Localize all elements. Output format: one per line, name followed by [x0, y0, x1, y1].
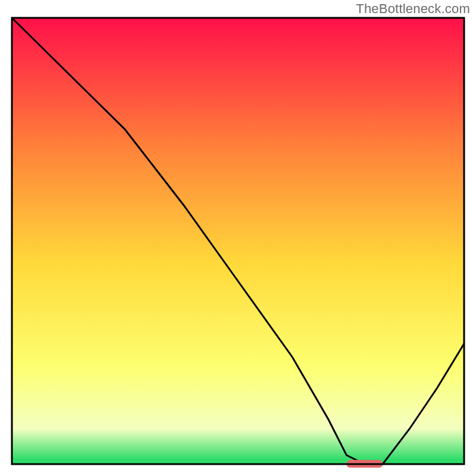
bottleneck-chart — [0, 0, 476, 476]
